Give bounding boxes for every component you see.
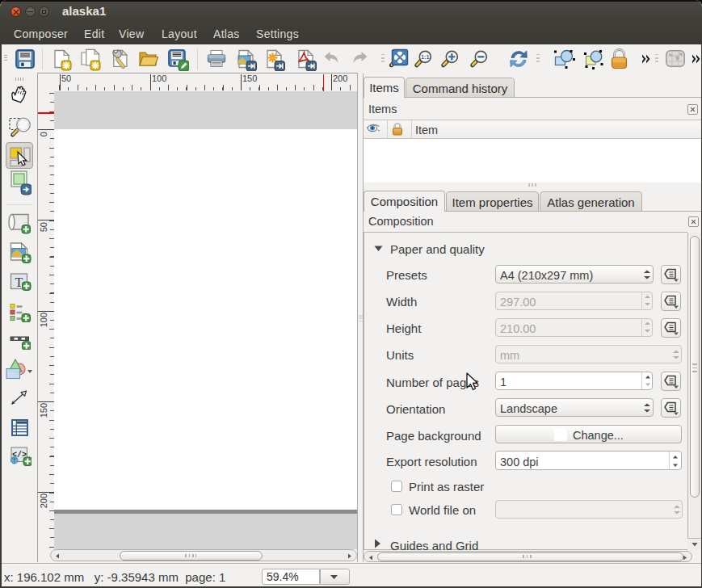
- svg-text:1:1: 1:1: [421, 53, 430, 61]
